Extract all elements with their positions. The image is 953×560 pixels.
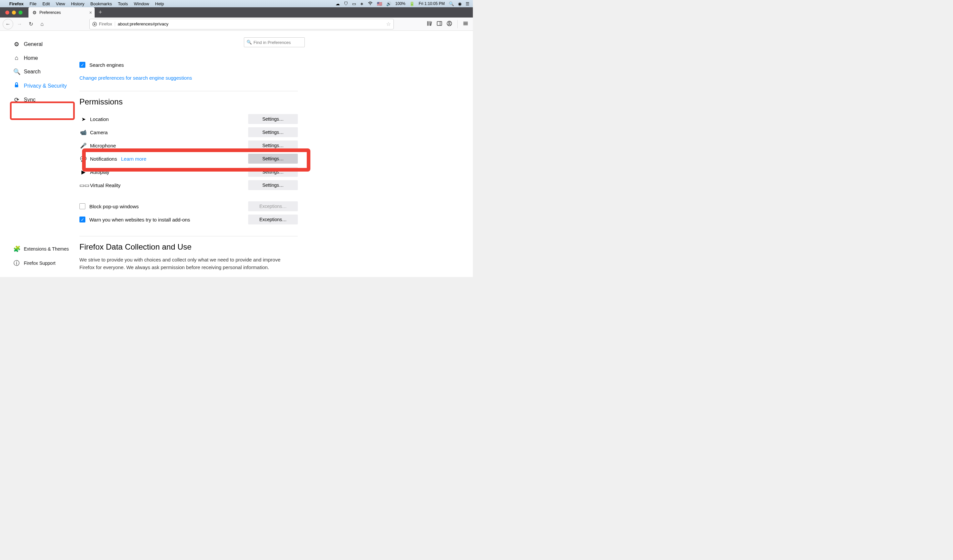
exceptions-button-addons[interactable]: Exceptions… — [248, 215, 298, 224]
perm-row-microphone: 🎤 Microphone Settings… — [79, 139, 298, 152]
shield-icon[interactable]: ⛉ — [344, 1, 348, 6]
perm-row-location: ➤ Location Settings… — [79, 112, 298, 125]
camera-icon: 📹 — [79, 129, 87, 136]
sidebar-item-privacy[interactable]: Privacy & Security — [13, 79, 79, 93]
flag-icon[interactable]: 🇺🇸 — [377, 1, 382, 6]
battery-icon[interactable]: 🔋 — [409, 1, 414, 6]
perm-row-popups: Block pop-up windows Exceptions… — [79, 200, 298, 213]
menu-bookmarks[interactable]: Bookmarks — [90, 1, 112, 6]
sidebar-label-privacy: Privacy & Security — [24, 83, 67, 89]
exceptions-button-popups: Exceptions… — [248, 201, 298, 211]
perm-row-camera: 📹 Camera Settings… — [79, 125, 298, 139]
siri-icon[interactable]: ◉ — [458, 1, 462, 6]
data-collection-title: Firefox Data Collection and Use — [79, 242, 298, 252]
sidebar-label-support: Firefox Support — [24, 260, 56, 266]
find-input[interactable] — [244, 37, 305, 47]
volume-icon[interactable]: 🔊 — [386, 1, 391, 6]
checkbox-search-engines[interactable]: ✓ — [79, 62, 85, 68]
perm-row-autoplay: ▶ Autoplay Settings… — [79, 165, 298, 178]
checkbox-warn-addons[interactable]: ✓ — [79, 217, 85, 223]
cloud-icon[interactable]: ☁ — [335, 1, 340, 6]
wifi-icon[interactable] — [368, 1, 373, 6]
close-window-button[interactable] — [5, 11, 9, 14]
menu-help[interactable]: Help — [155, 1, 164, 6]
close-tab-icon[interactable]: × — [89, 10, 92, 15]
sidebar-item-extensions[interactable]: 🧩 Extensions & Themes — [13, 242, 79, 256]
battery-percent[interactable]: 100% — [396, 1, 406, 6]
menu-file[interactable]: File — [29, 1, 36, 6]
label-warn-addons: Warn you when websites try to install ad… — [89, 217, 190, 223]
checkbox-block-popups[interactable] — [79, 203, 85, 209]
settings-button-notifications[interactable]: Settings… — [248, 154, 298, 164]
sidebar-item-search[interactable]: 🔍 Search — [13, 65, 79, 79]
home-button[interactable]: ⌂ — [37, 19, 47, 29]
sidebar-label-general: General — [24, 41, 43, 47]
firefox-logo-icon — [92, 22, 97, 26]
settings-button-autoplay[interactable]: Settings… — [248, 167, 298, 177]
sidebar-icon[interactable] — [437, 21, 442, 27]
bookmark-star-icon[interactable]: ☆ — [386, 21, 391, 27]
settings-button-camera[interactable]: Settings… — [248, 127, 298, 137]
tab-title: Preferences — [39, 10, 61, 15]
sidebar-item-general[interactable]: ⚙ General — [13, 37, 79, 51]
sidebar-item-support[interactable]: ⓘ Firefox Support — [13, 256, 79, 271]
gear-icon: ⚙ — [13, 41, 20, 48]
vr-icon: ▭▭ — [79, 182, 87, 189]
perm-label-notifications: Notifications — [90, 156, 117, 162]
menu-tools[interactable]: Tools — [118, 1, 128, 6]
identity-label: Firefox — [99, 22, 112, 26]
window-controls — [3, 11, 25, 14]
settings-button-microphone[interactable]: Settings… — [248, 141, 298, 150]
screen-mirror-icon[interactable]: ▭ — [352, 1, 356, 6]
url-input[interactable] — [118, 22, 383, 26]
search-icon: 🔍 — [247, 40, 252, 45]
divider — [79, 236, 298, 237]
bluetooth-icon[interactable]: ∗ — [360, 1, 364, 6]
link-change-search-prefs[interactable]: Change preferences for search engine sug… — [79, 75, 192, 80]
sync-icon: ⟳ — [13, 96, 20, 104]
sidebar-item-sync[interactable]: ⟳ Sync — [13, 93, 79, 107]
settings-button-location[interactable]: Settings… — [248, 114, 298, 124]
preferences-main: 🔍 ✓ Search engines Change preferences fo… — [79, 31, 473, 277]
url-bar[interactable]: Firefox ☆ — [89, 19, 394, 29]
preferences-content: ⚙ General ⌂ Home 🔍 Search Privacy & Secu… — [0, 31, 473, 277]
settings-button-vr[interactable]: Settings… — [248, 180, 298, 190]
spotlight-icon[interactable]: 🔍 — [449, 1, 454, 6]
help-icon: ⓘ — [13, 259, 20, 267]
back-button[interactable]: ← — [3, 19, 13, 29]
sidebar-label-search: Search — [24, 69, 41, 75]
menu-edit[interactable]: Edit — [42, 1, 50, 6]
lock-icon — [13, 82, 20, 90]
hamburger-menu-icon[interactable] — [463, 21, 468, 27]
tab-preferences[interactable]: ⚙ Preferences × — [28, 7, 95, 17]
minimize-window-button[interactable] — [12, 11, 16, 14]
gear-icon: ⚙ — [33, 10, 37, 15]
new-tab-button[interactable]: + — [95, 9, 106, 16]
perm-label-location: Location — [90, 116, 109, 122]
find-in-preferences: 🔍 — [244, 37, 305, 47]
clock[interactable]: Fri 1:10:05 PM — [419, 1, 445, 6]
label-search-engines: Search engines — [89, 62, 124, 68]
menu-history[interactable]: History — [71, 1, 84, 6]
location-icon: ➤ — [79, 116, 87, 122]
maximize-window-button[interactable] — [19, 11, 23, 14]
app-menu[interactable]: Firefox — [9, 1, 23, 6]
sidebar-item-home[interactable]: ⌂ Home — [13, 51, 79, 65]
permissions-title: Permissions — [79, 97, 298, 107]
perm-row-addons-warning: ✓ Warn you when websites try to install … — [79, 213, 298, 226]
account-icon[interactable] — [447, 21, 452, 27]
library-icon[interactable] — [427, 21, 432, 27]
learn-more-link[interactable]: Learn more — [121, 156, 147, 162]
microphone-icon: 🎤 — [79, 142, 87, 149]
menu-view[interactable]: View — [56, 1, 65, 6]
control-center-icon[interactable]: ☰ — [466, 1, 470, 6]
identity-box[interactable]: Firefox — [92, 22, 115, 26]
puzzle-icon: 🧩 — [13, 245, 20, 252]
menu-window[interactable]: Window — [134, 1, 149, 6]
autoplay-icon: ▶ — [79, 169, 87, 175]
reload-button[interactable]: ↻ — [26, 19, 36, 29]
forward-button[interactable]: → — [14, 19, 25, 29]
sidebar-label-sync: Sync — [24, 97, 36, 103]
svg-rect-7 — [15, 85, 18, 87]
perm-row-vr: ▭▭ Virtual Reality Settings… — [79, 178, 298, 192]
